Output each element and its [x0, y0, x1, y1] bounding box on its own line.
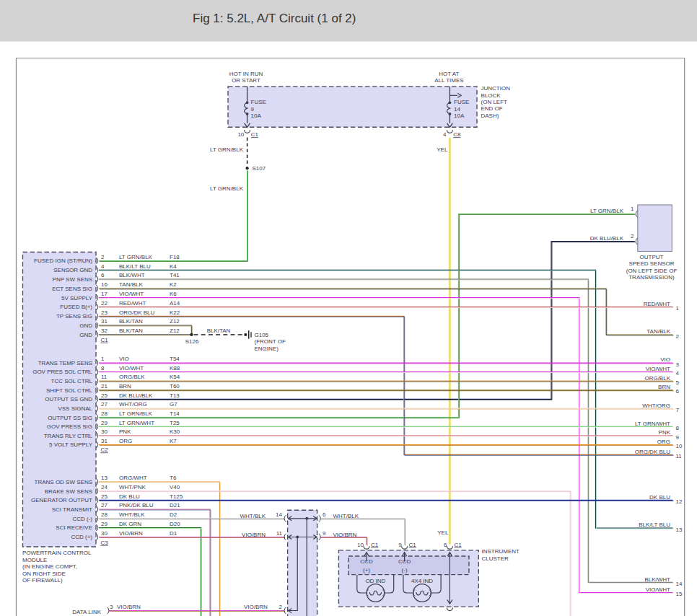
svg-text:ORG: ORG — [119, 438, 132, 444]
svg-text:BLK/TAN: BLK/TAN — [207, 327, 231, 334]
svg-text:Fig 1: 5.2L, A/T Circuit (1 of: Fig 1: 5.2L, A/T Circuit (1 of 2) — [193, 12, 356, 25]
svg-text:C1: C1 — [454, 542, 462, 548]
svg-text:VIO: VIO — [119, 356, 129, 362]
svg-text:7: 7 — [676, 407, 680, 413]
svg-text:16: 16 — [101, 281, 108, 288]
svg-text:ORG/BLK: ORG/BLK — [644, 375, 670, 382]
svg-text:4: 4 — [676, 370, 680, 377]
svg-text:ORG/DK BLU: ORG/DK BLU — [119, 309, 155, 316]
svg-text:11: 11 — [676, 453, 683, 459]
svg-text:JUNCTION: JUNCTION — [481, 85, 511, 92]
svg-text:OUTPUT SS SIG: OUTPUT SS SIG — [48, 415, 92, 421]
svg-text:D21: D21 — [170, 502, 180, 509]
svg-text:(ON LEFT: (ON LEFT — [481, 99, 508, 105]
svg-text:27: 27 — [101, 502, 108, 509]
svg-text:BLK/WHT: BLK/WHT — [119, 272, 145, 278]
svg-text:14: 14 — [454, 106, 460, 113]
svg-text:FUSE: FUSE — [454, 99, 469, 105]
svg-text:PNK: PNK — [659, 429, 671, 436]
svg-text:FUSED IGN (ST/RUN): FUSED IGN (ST/RUN) — [34, 258, 92, 264]
svg-text:TRANS TEMP SENS: TRANS TEMP SENS — [38, 360, 92, 366]
svg-text:D20: D20 — [170, 521, 180, 527]
svg-text:YEL: YEL — [437, 146, 448, 153]
svg-text:CCD: CCD — [398, 558, 411, 565]
svg-text:YEL: YEL — [437, 529, 449, 536]
svg-text:T6: T6 — [170, 475, 177, 481]
svg-text:LT GRN/BLK: LT GRN/BLK — [210, 146, 244, 153]
svg-text:GND: GND — [79, 322, 92, 329]
svg-text:6: 6 — [101, 272, 105, 278]
svg-text:S126: S126 — [185, 338, 199, 345]
svg-text:T60: T60 — [170, 383, 180, 390]
svg-text:T41: T41 — [170, 272, 180, 278]
svg-text:5: 5 — [676, 379, 680, 386]
svg-text:(IN ENGINE COMPT,: (IN ENGINE COMPT, — [22, 563, 77, 570]
svg-text:(ON LEFT SIDE OF: (ON LEFT SIDE OF — [626, 268, 678, 274]
svg-text:K4: K4 — [170, 263, 177, 270]
svg-text:29: 29 — [101, 521, 108, 527]
svg-text:BLK/LT BLU: BLK/LT BLU — [639, 522, 670, 528]
svg-text:VSS SIGNAL: VSS SIGNAL — [58, 405, 92, 412]
svg-text:4: 4 — [101, 263, 105, 270]
svg-text:ALL TIMES: ALL TIMES — [434, 77, 463, 84]
svg-text:LT GRN/BLK: LT GRN/BLK — [210, 185, 244, 192]
svg-text:TCC SOL CTRL: TCC SOL CTRL — [51, 378, 93, 384]
svg-text:DK BLU: DK BLU — [119, 493, 140, 500]
svg-text:8: 8 — [101, 365, 105, 371]
svg-text:BLK/TAN: BLK/TAN — [119, 318, 143, 325]
svg-text:WHT/ORG: WHT/ORG — [642, 402, 670, 409]
svg-text:VIO/WHT: VIO/WHT — [646, 586, 670, 593]
svg-text:ORG/WHT: ORG/WHT — [119, 475, 147, 481]
svg-text:14: 14 — [676, 581, 683, 587]
svg-text:ECT SENS SIG: ECT SENS SIG — [52, 286, 92, 292]
svg-text:2: 2 — [279, 604, 283, 610]
svg-text:25: 25 — [101, 493, 108, 500]
svg-text:2: 2 — [101, 254, 105, 260]
svg-text:(-): (-) — [402, 567, 408, 573]
svg-text:24: 24 — [101, 484, 108, 490]
svg-text:TP SENS SIG: TP SENS SIG — [56, 313, 92, 320]
svg-text:28: 28 — [101, 511, 108, 518]
svg-text:PNK: PNK — [119, 428, 131, 435]
svg-text:ON RIGHT SIDE: ON RIGHT SIDE — [22, 571, 66, 577]
svg-text:S107: S107 — [253, 165, 266, 172]
svg-text:12: 12 — [676, 498, 683, 505]
svg-text:BRAKE SW SENS: BRAKE SW SENS — [45, 488, 92, 495]
svg-text:C2: C2 — [100, 446, 108, 453]
svg-text:SPEED SENSOR: SPEED SENSOR — [628, 260, 674, 267]
svg-text:VIO/BRN: VIO/BRN — [333, 532, 357, 538]
svg-text:LT GRN/WHT: LT GRN/WHT — [119, 420, 154, 426]
svg-text:DK BLU/BLK: DK BLU/BLK — [590, 235, 624, 242]
svg-text:OUTPUT: OUTPUT — [640, 254, 664, 260]
svg-text:(FRONT OF: (FRONT OF — [255, 338, 286, 345]
svg-text:INSTRUMENT: INSTRUMENT — [482, 548, 520, 555]
svg-text:ORG/DK BLU: ORG/DK BLU — [635, 449, 671, 455]
svg-text:LT GRN/BLK: LT GRN/BLK — [119, 254, 153, 260]
svg-text:CLUSTER: CLUSTER — [482, 555, 509, 562]
svg-text:1: 1 — [101, 356, 105, 362]
svg-text:3: 3 — [676, 361, 680, 368]
svg-text:PNK/DK BLU: PNK/DK BLU — [119, 502, 154, 509]
svg-text:29: 29 — [101, 420, 108, 426]
svg-text:T13: T13 — [170, 392, 180, 399]
svg-text:10: 10 — [357, 542, 364, 548]
svg-text:RED/WHT: RED/WHT — [644, 301, 670, 307]
svg-text:13: 13 — [101, 475, 108, 481]
svg-text:10A: 10A — [251, 113, 262, 119]
svg-text:POWERTRAIN CONTROL: POWERTRAIN CONTROL — [22, 550, 92, 556]
svg-text:END OF: END OF — [481, 105, 503, 112]
svg-text:9: 9 — [251, 106, 255, 113]
svg-text:9: 9 — [676, 434, 680, 441]
svg-text:V40: V40 — [170, 484, 180, 490]
svg-text:BRN: BRN — [119, 383, 131, 390]
svg-text:DK BLU: DK BLU — [649, 494, 670, 501]
svg-text:31: 31 — [101, 438, 108, 444]
svg-text:4X4 IND: 4X4 IND — [411, 578, 433, 584]
svg-text:15: 15 — [676, 591, 683, 597]
svg-text:RED/WHT: RED/WHT — [119, 300, 146, 307]
svg-text:TRANSMISSION): TRANSMISSION) — [628, 274, 675, 281]
svg-text:10: 10 — [676, 443, 683, 449]
svg-text:C1: C1 — [251, 131, 259, 138]
svg-text:3: 3 — [110, 604, 113, 610]
svg-text:BRN: BRN — [658, 384, 670, 390]
